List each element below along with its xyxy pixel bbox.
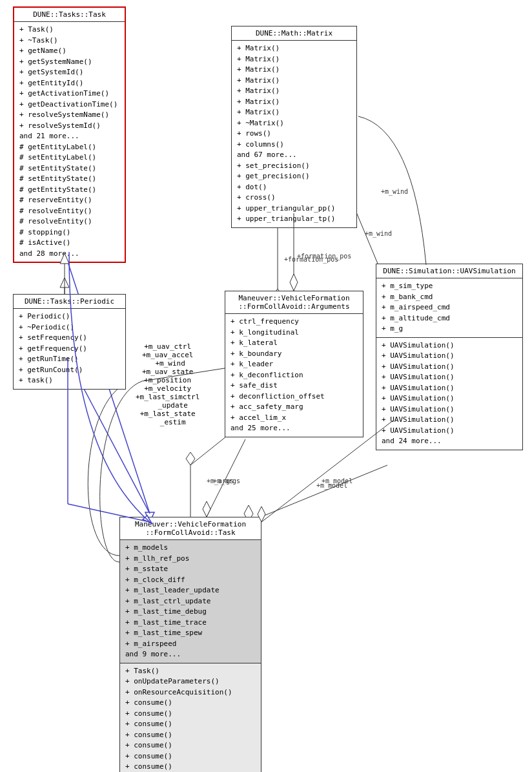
svg-marker-7 xyxy=(186,452,195,465)
tasks-task-section: + Task() + ~Task() + getName() + getSyst… xyxy=(14,22,125,262)
svg-text:+m_args: +m_args xyxy=(207,477,234,485)
member-labels: +m_uav_ctrl +m_uav_accel +m_wind +m_uav_… xyxy=(136,342,200,426)
svg-text:+m_model: +m_model xyxy=(322,477,353,485)
svg-marker-1 xyxy=(60,278,69,287)
main-task-title: Maneuver::VehicleFormation ::FormCollAvo… xyxy=(120,517,261,540)
svg-marker-23 xyxy=(290,274,298,291)
svg-marker-27 xyxy=(203,501,210,517)
uml-diagram: +m_args +m_model +formation_pos +m_wind … xyxy=(0,0,532,772)
svg-text:+formation_pos: +formation_pos xyxy=(297,253,351,260)
tasks-task-title: DUNE::Tasks::Task xyxy=(14,8,125,22)
main-task-methods: + Task() + onUpdateParameters() + onReso… xyxy=(120,663,261,773)
tasks-periodic-title: DUNE::Tasks::Periodic xyxy=(14,295,125,309)
math-matrix-box: DUNE::Math::Matrix + Matrix() + Matrix()… xyxy=(231,26,357,228)
arguments-section: + ctrl_frequency + k_longitudinal + k_la… xyxy=(225,314,363,437)
main-task-fields: + m_models + m_llh_ref_pos + m_sstate + … xyxy=(120,540,261,663)
svg-line-9 xyxy=(249,465,387,522)
uav-simulation-title: DUNE::Simulation::UAVSimulation xyxy=(376,264,522,278)
svg-text:+m_args: +m_args xyxy=(213,477,240,485)
svg-line-26 xyxy=(207,439,245,517)
math-matrix-section: + Matrix() + Matrix() + Matrix() + Matri… xyxy=(232,41,356,227)
arguments-title: Maneuver::VehicleFormation ::FormCollAvo… xyxy=(225,291,363,314)
tasks-periodic-box: DUNE::Tasks::Periodic + Periodic() + ~Pe… xyxy=(13,294,126,390)
svg-text:+formation_pos: +formation_pos xyxy=(284,256,338,264)
uav-simulation-box: DUNE::Simulation::UAVSimulation + m_sim_… xyxy=(376,264,523,450)
svg-text:+m_wind: +m_wind xyxy=(365,230,392,238)
uav-sim-methods: + UAVSimulation() + UAVSimulation() + UA… xyxy=(376,338,522,450)
tasks-task-box: DUNE::Tasks::Task + Task() + ~Task() + g… xyxy=(13,6,126,263)
tasks-periodic-section: + Periodic() + ~Periodic() + setFrequenc… xyxy=(14,309,125,389)
uav-sim-fields: + m_sim_type + m_bank_cmd + m_airspeed_c… xyxy=(376,278,522,338)
arguments-box: Maneuver::VehicleFormation ::FormCollAvo… xyxy=(225,291,363,437)
math-matrix-title: DUNE::Math::Matrix xyxy=(232,26,356,41)
svg-text:+m_model: +m_model xyxy=(316,482,347,490)
svg-text:+m_wind: +m_wind xyxy=(381,188,408,196)
main-task-box: Maneuver::VehicleFormation ::FormCollAvo… xyxy=(119,517,261,772)
